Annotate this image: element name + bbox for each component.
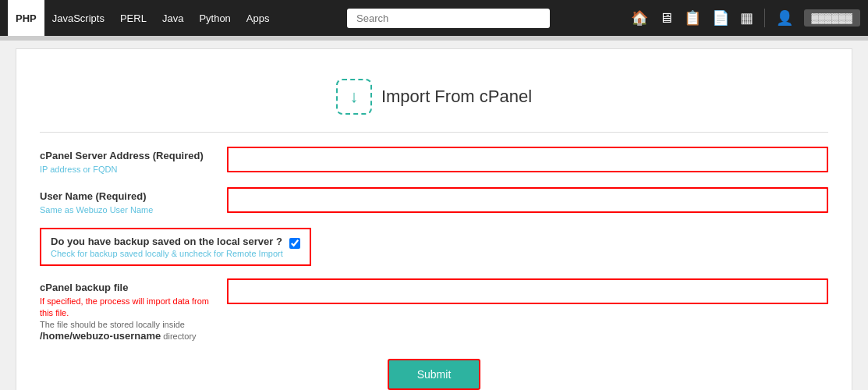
server-address-input[interactable] xyxy=(227,147,828,172)
user-icon[interactable]: 👤 xyxy=(773,6,796,30)
nav-icons: 🏠 🖥 📋 📄 ▦ 👤 ▓▓▓▓▓▓ xyxy=(628,6,861,30)
server-address-label: cPanel Server Address (Required) xyxy=(40,150,211,161)
backup-file-hint2-end: directory xyxy=(161,332,196,341)
backup-file-input[interactable] xyxy=(227,278,828,304)
main-content: ↓ Import From cPanel cPanel Server Addre… xyxy=(16,48,852,390)
server-address-hint: IP address or FQDN xyxy=(40,165,117,174)
nav-item-javascripts[interactable]: JavaScripts xyxy=(44,0,112,36)
backup-file-hint2: The file should be stored locally inside xyxy=(40,320,185,329)
document-icon[interactable]: 📄 xyxy=(709,6,732,30)
page-title-area: ↓ Import From cPanel xyxy=(40,65,828,132)
server-icon[interactable]: 🖥 xyxy=(656,7,676,30)
clipboard-icon[interactable]: 📋 xyxy=(681,6,704,30)
subheader xyxy=(0,36,868,41)
backup-file-input-area xyxy=(227,278,828,304)
grid-icon[interactable]: ▦ xyxy=(737,6,756,30)
backup-file-row: cPanel backup file If specified, the pro… xyxy=(40,278,828,342)
nav-item-apps[interactable]: Apps xyxy=(239,0,278,36)
local-backup-label-group: Do you have backup saved on the local se… xyxy=(51,236,283,258)
submit-area: Submit xyxy=(40,359,828,390)
server-address-input-area xyxy=(227,147,828,172)
username-input[interactable] xyxy=(227,187,828,213)
nav-item-java[interactable]: Java xyxy=(154,0,191,36)
navbar: PHP JavaScripts PERL Java Python Apps 🏠 … xyxy=(0,0,868,36)
username-hint: Same as Webuzo User Name xyxy=(40,205,153,214)
backup-file-label: cPanel backup file xyxy=(40,282,211,293)
submit-button[interactable]: Submit xyxy=(388,359,481,390)
nav-divider xyxy=(764,9,765,27)
backup-file-hints: If specified, the process will import da… xyxy=(40,295,211,342)
local-backup-hint: Check for backup saved locally & uncheck… xyxy=(51,249,283,258)
search-input[interactable] xyxy=(347,9,550,28)
local-backup-box: Do you have backup saved on the local se… xyxy=(40,228,311,266)
backup-file-label-group: cPanel backup file If specified, the pro… xyxy=(40,278,211,342)
username-label-group: User Name (Required) Same as Webuzo User… xyxy=(40,187,211,215)
backup-file-hint2-bold: /home/webuzo-username xyxy=(40,330,161,342)
username-label: User Name (Required) xyxy=(40,190,211,202)
divider xyxy=(40,132,828,133)
nav-item-php[interactable]: PHP xyxy=(8,0,44,36)
nav-item-perl[interactable]: PERL xyxy=(112,0,154,36)
server-address-row: cPanel Server Address (Required) IP addr… xyxy=(40,147,828,175)
page-title: Import From cPanel xyxy=(381,87,532,107)
nav-item-python[interactable]: Python xyxy=(191,0,238,36)
local-backup-checkbox[interactable] xyxy=(289,238,300,249)
backup-file-hint1: If specified, the process will import da… xyxy=(40,296,209,317)
server-address-label-group: cPanel Server Address (Required) IP addr… xyxy=(40,147,211,175)
local-backup-label: Do you have backup saved on the local se… xyxy=(51,236,283,247)
search-container xyxy=(347,9,550,28)
user-menu[interactable]: ▓▓▓▓▓▓ xyxy=(804,9,861,27)
username-input-area xyxy=(227,187,828,213)
username-row: User Name (Required) Same as Webuzo User… xyxy=(40,187,828,215)
home-icon[interactable]: 🏠 xyxy=(628,6,651,30)
download-arrow-icon: ↓ xyxy=(349,87,358,107)
import-icon: ↓ xyxy=(336,79,372,115)
local-backup-row: Do you have backup saved on the local se… xyxy=(40,228,828,266)
